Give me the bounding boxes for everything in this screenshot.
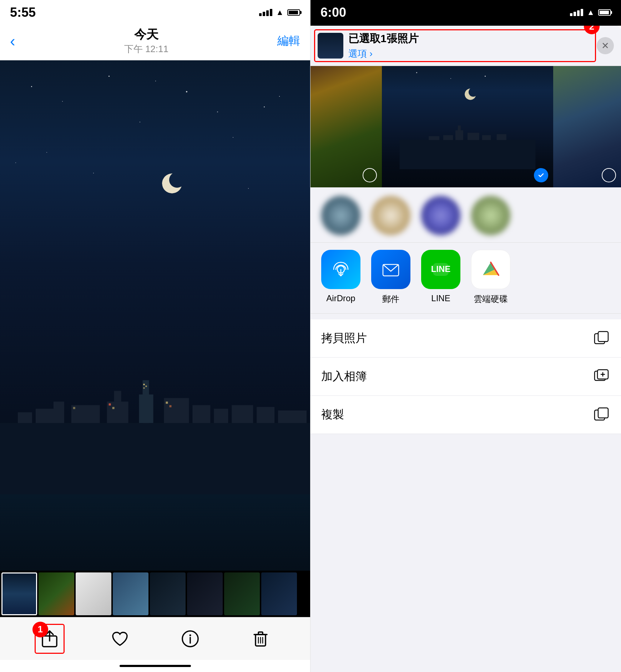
- contact-avatar-4: [471, 196, 510, 235]
- thumb-city2[interactable]: [261, 572, 297, 615]
- heart-button[interactable]: [109, 628, 131, 650]
- phone-left: 5:55 ▲ ‹ 今天 下午 12:11 編輯: [0, 0, 310, 672]
- contact-avatar-1: [321, 196, 360, 235]
- app-airdrop[interactable]: AirDrop: [321, 250, 360, 305]
- share-options-button[interactable]: 選項 ›: [348, 47, 592, 60]
- svg-rect-19: [146, 385, 147, 387]
- svg-rect-33: [258, 632, 263, 635]
- add-album-icon: [592, 368, 610, 385]
- phone-right: 6:00 ▲ 已選取1張照片 選項 › ✕: [310, 0, 621, 672]
- nav-bar-left: ‹ 今天 下午 12:11 編輯: [0, 23, 310, 60]
- wifi-icon-right: ▲: [587, 8, 595, 17]
- nav-title-sub: 下午 12:11: [124, 43, 168, 55]
- svg-rect-20: [143, 387, 145, 389]
- svg-rect-23: [166, 401, 168, 404]
- status-icons-left: ▲: [259, 8, 300, 17]
- svg-rect-7: [114, 391, 121, 401]
- edit-button[interactable]: 編輯: [277, 33, 300, 49]
- svg-rect-17: [278, 410, 307, 423]
- svg-rect-3: [0, 423, 310, 494]
- svg-rect-11: [214, 409, 228, 423]
- wifi-icon: ▲: [276, 8, 284, 17]
- copy-photo-icon: [592, 329, 610, 347]
- svg-rect-16: [257, 407, 274, 423]
- svg-rect-5: [139, 394, 153, 423]
- svg-rect-44: [468, 133, 479, 140]
- thumb-dark2[interactable]: [187, 572, 223, 615]
- airdrop-icon: [321, 250, 360, 289]
- back-button[interactable]: ‹: [10, 32, 15, 50]
- photo-check-forest[interactable]: [363, 168, 377, 182]
- thumb-city-main[interactable]: [1, 572, 37, 615]
- app-mail[interactable]: 郵件: [371, 250, 410, 305]
- svg-rect-21: [109, 403, 111, 405]
- thumb-dark1[interactable]: [150, 572, 186, 615]
- svg-rect-55: [598, 332, 608, 342]
- share-button-container: 1: [39, 628, 60, 650]
- svg-rect-45: [482, 135, 491, 140]
- svg-rect-40: [400, 140, 536, 169]
- bottom-bar-left: 1: [0, 617, 310, 660]
- nav-title: 今天 下午 12:11: [124, 26, 168, 55]
- status-time-left: 5:55: [10, 5, 36, 20]
- svg-rect-18: [143, 384, 145, 385]
- action-copy-photo[interactable]: 拷貝照片: [310, 319, 621, 358]
- drive-icon: [471, 250, 510, 289]
- trash-button[interactable]: [250, 628, 271, 650]
- status-time-right: 6:00: [320, 5, 346, 20]
- info-button[interactable]: [180, 628, 201, 650]
- separator: [310, 314, 621, 319]
- status-icons-right: ▲: [570, 8, 611, 17]
- photo-city[interactable]: [382, 66, 553, 187]
- thumbnail-strip: [0, 571, 310, 617]
- svg-rect-47: [497, 134, 506, 140]
- photo-check-mountain[interactable]: [602, 168, 616, 182]
- svg-point-30: [190, 634, 191, 636]
- svg-point-2: [162, 173, 182, 193]
- share-close-button[interactable]: ✕: [597, 37, 614, 54]
- svg-point-39: [465, 89, 476, 100]
- thumb-tree[interactable]: [224, 572, 260, 615]
- svg-rect-61: [598, 408, 608, 418]
- svg-rect-24: [169, 405, 171, 407]
- svg-rect-8: [71, 405, 100, 423]
- battery-icon: [287, 9, 300, 16]
- action-duplicate[interactable]: 複製: [310, 396, 621, 434]
- thumb-mountain[interactable]: [113, 572, 148, 615]
- contact-3[interactable]: [421, 196, 460, 235]
- thumb-forest[interactable]: [39, 572, 74, 615]
- contact-4[interactable]: [471, 196, 510, 235]
- signal-icon-right: [570, 9, 583, 16]
- svg-rect-42: [455, 130, 463, 140]
- nav-title-main: 今天: [124, 26, 168, 43]
- contact-1[interactable]: [321, 196, 360, 235]
- action-add-album[interactable]: 加入相簿: [310, 358, 621, 396]
- airdrop-label: AirDrop: [326, 293, 355, 303]
- mail-label: 郵件: [382, 293, 399, 305]
- status-bar-right: 6:00 ▲: [310, 0, 621, 23]
- svg-rect-25: [73, 407, 75, 409]
- share-header: 已選取1張照片 選項 › ✕ 2: [310, 26, 621, 66]
- moon: [161, 173, 183, 194]
- dark-bg-top: [310, 23, 621, 26]
- signal-icon: [259, 9, 272, 16]
- contact-avatar-2: [371, 196, 410, 235]
- contacts-row: [310, 187, 621, 243]
- app-line[interactable]: LINE LINE: [421, 250, 460, 305]
- thumb-doc[interactable]: [76, 572, 111, 615]
- contact-2[interactable]: [371, 196, 410, 235]
- battery-icon-right: [598, 9, 611, 16]
- main-photo: [0, 60, 310, 571]
- photo-forest[interactable]: [310, 66, 382, 187]
- mail-icon: [371, 250, 410, 289]
- home-indicator-left: [0, 660, 310, 672]
- photo-strip: [310, 66, 621, 187]
- app-drive[interactable]: 雲端硬碟: [471, 250, 510, 305]
- photo-check-city[interactable]: [534, 168, 548, 182]
- svg-rect-13: [54, 401, 64, 423]
- line-label: LINE: [431, 293, 450, 303]
- svg-rect-14: [18, 412, 32, 423]
- photo-mountain[interactable]: [553, 66, 621, 187]
- svg-rect-22: [112, 407, 115, 409]
- drive-label: 雲端硬碟: [474, 293, 508, 305]
